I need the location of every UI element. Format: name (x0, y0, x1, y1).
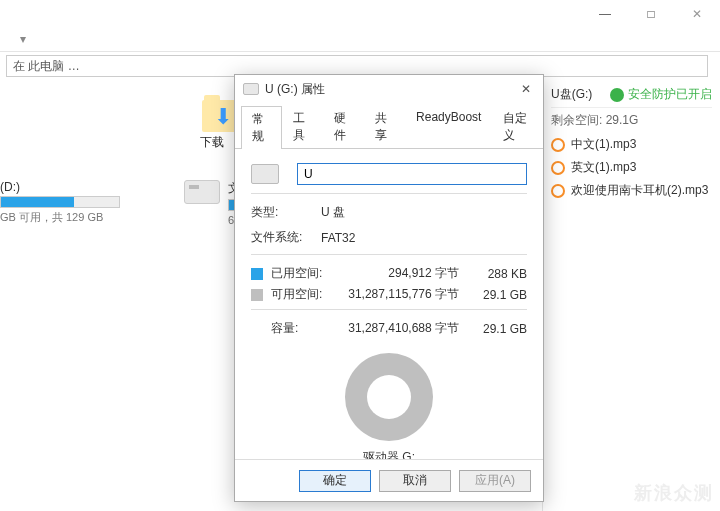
type-label: 类型: (251, 204, 321, 221)
free-human: 29.1 GB (471, 288, 527, 302)
usb-safety-status[interactable]: 安全防护已开启 (610, 86, 712, 103)
tab-readyboost[interactable]: ReadyBoost (405, 105, 492, 148)
drive-name-input[interactable] (297, 163, 527, 185)
free-color-swatch (251, 289, 263, 301)
tab-general[interactable]: 常规 (241, 106, 282, 149)
usb-free-space: 剩余空间: 29.1G (551, 108, 712, 133)
drive-d-sub: GB 可用，共 129 GB (0, 210, 120, 225)
audio-file-icon (551, 161, 565, 175)
capacity-label: 容量: (271, 320, 333, 337)
used-human: 288 KB (471, 267, 527, 281)
filesystem-label: 文件系统: (251, 229, 321, 246)
used-bytes: 294,912 字节 (333, 265, 471, 282)
dialog-titlebar[interactable]: U (G:) 属性 ✕ (235, 75, 543, 103)
usage-pie-chart (345, 353, 433, 441)
shield-icon (610, 88, 624, 102)
window-maximize-button[interactable]: □ (628, 0, 674, 28)
used-color-swatch (251, 268, 263, 280)
tab-sharing[interactable]: 共享 (364, 105, 405, 148)
type-value: U 盘 (321, 204, 345, 221)
explorer-ribbon: ▾ (0, 30, 720, 52)
capacity-bytes: 31,287,410,688 字节 (333, 320, 471, 337)
dialog-close-button[interactable]: ✕ (517, 82, 535, 96)
audio-file-icon (551, 138, 565, 152)
tab-custom[interactable]: 自定义 (492, 105, 543, 148)
usb-file-name: 欢迎使用南卡耳机(2).mp3 (571, 182, 708, 199)
window-close-button[interactable]: ✕ (674, 0, 720, 28)
usb-file-item[interactable]: 欢迎使用南卡耳机(2).mp3 (551, 179, 712, 202)
audio-file-icon (551, 184, 565, 198)
usb-file-item[interactable]: 中文(1).mp3 (551, 133, 712, 156)
breadcrumb-prefix: 在 (13, 58, 25, 75)
drive-icon (184, 180, 220, 204)
drive-d-label: (D:) (0, 180, 120, 194)
usb-file-item[interactable]: 英文(1).mp3 (551, 156, 712, 179)
properties-dialog: U (G:) 属性 ✕ 常规 工具 硬件 共享 ReadyBoost 自定义 类… (234, 74, 544, 502)
dialog-tabs: 常规 工具 硬件 共享 ReadyBoost 自定义 (235, 105, 543, 149)
apply-button[interactable]: 应用(A) (459, 470, 531, 492)
usb-safety-label: 安全防护已开启 (628, 86, 712, 103)
usb-panel-title: U盘(G:) (551, 86, 592, 103)
drive-icon (243, 83, 259, 95)
breadcrumb-suffix: … (68, 59, 80, 73)
tab-hardware[interactable]: 硬件 (323, 105, 364, 148)
drive-large-icon (251, 164, 279, 184)
used-label: 已用空间: (271, 265, 333, 282)
cancel-button[interactable]: 取消 (379, 470, 451, 492)
usb-file-name: 英文(1).mp3 (571, 159, 636, 176)
dialog-title: U (G:) 属性 (265, 81, 325, 98)
window-minimize-button[interactable]: — (582, 0, 628, 28)
ribbon-caret-icon: ▾ (20, 32, 26, 46)
ok-button[interactable]: 确定 (299, 470, 371, 492)
drive-footer-label: 驱动器 G: (251, 449, 527, 459)
free-label: 可用空间: (271, 286, 333, 303)
filesystem-value: FAT32 (321, 231, 355, 245)
drive-d-usage-bar (0, 196, 120, 208)
usb-side-panel: U盘(G:) 安全防护已开启 剩余空间: 29.1G 中文(1).mp3 英文(… (542, 82, 720, 511)
free-bytes: 31,287,115,776 字节 (333, 286, 471, 303)
breadcrumb-location: 此电脑 (28, 58, 64, 75)
capacity-human: 29.1 GB (471, 322, 527, 336)
tab-tools[interactable]: 工具 (282, 105, 323, 148)
usb-file-name: 中文(1).mp3 (571, 136, 636, 153)
drive-d[interactable]: (D:) GB 可用，共 129 GB (0, 180, 120, 225)
download-arrow-icon: ⬇ (214, 104, 232, 130)
